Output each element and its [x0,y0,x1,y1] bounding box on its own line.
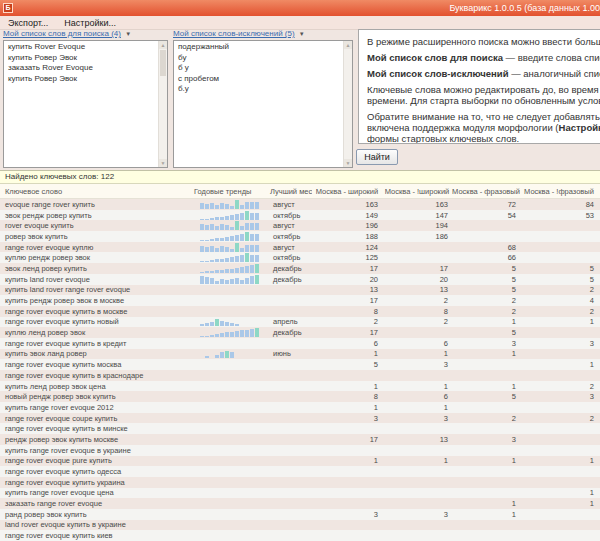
table-row[interactable]: range rover evoque купить киев [0,530,600,541]
table-row[interactable]: ранд ровер эвок купить331 [0,509,600,520]
trend-bar [240,234,244,241]
column-header-3[interactable]: Москва - широкий [312,187,382,196]
column-header-4[interactable]: Москва - !широкий [382,187,452,196]
trend-bar-best-month [235,200,239,209]
column-header-6[interactable]: Москва - !фразовый [520,187,598,196]
value-cell-0: 5 [312,360,382,369]
search-words-list[interactable]: купить Rover Evoqueкупить Ровер Эвокзака… [3,40,168,168]
trend-histogram [200,243,268,252]
table-row[interactable]: range rover evoque купить украина [0,477,600,488]
keyword-cell: range rover evoque купить киев [0,531,192,540]
column-header-0[interactable]: Ключевое слово [0,187,192,196]
trend-bar [250,265,254,273]
value-cell-1: 147 [382,211,452,220]
list-item[interactable]: подержанный [174,42,343,53]
list-item[interactable]: купить Ровер Эвок [4,74,158,85]
search-list-header-link[interactable]: Мой список слов для поиска (4) [3,29,121,38]
table-row[interactable]: range rover evoque pure купить1111 [0,456,600,467]
exclude-words-list[interactable]: подержанныйбуб ус пробегомб.у ▲ ▼ [173,40,353,168]
scrollbar[interactable]: ▲ ▼ [343,41,352,167]
table-row[interactable]: эвок рендж ровер купитьоктябрь1491475453 [0,210,600,221]
table-row[interactable]: купить range rover evoque 201211 [0,402,600,413]
trend-bar [210,271,214,273]
table-row[interactable]: заказать range rover evoque11 [0,498,600,509]
value-cell-3: 5 [520,275,598,284]
table-row[interactable]: range rover evoque купить в москве8822 [0,306,600,317]
trend-bar [215,205,219,209]
value-cell-2: 3 [452,435,520,444]
find-button[interactable]: Найти [356,149,398,165]
info-paragraph: Обратите внимание на то, что не следует … [367,111,600,144]
table-row[interactable]: range rover evoque купить в минске [0,423,600,434]
trend-bar [255,223,259,230]
trend-bar [230,236,234,241]
value-cell-1: 8 [382,307,452,316]
scroll-up-icon[interactable]: ▲ [344,41,352,49]
scroll-down-icon[interactable]: ▼ [344,159,352,167]
list-item[interactable]: купить Ровер Эвок [4,53,158,64]
search-list-header[interactable]: Мой список слов для поиска (4) ▼ [3,29,131,39]
trend-bar [225,247,229,252]
list-item[interactable]: заказать Rover Evoque [4,63,158,74]
table-row[interactable]: купить рендж ровер эвок в москве17224 [0,295,600,306]
list-item[interactable]: купить Rover Evoque [4,42,158,53]
list-item[interactable]: бу [174,53,343,64]
keyword-cell: range rover evoque купить в кредит [0,339,192,348]
keyword-cell: range rover evoque купить в москве [0,307,192,316]
best-month-cell: август [268,200,312,209]
exclude-list-header[interactable]: Мой список слов-исключений (5) ▼ [173,29,305,39]
value-cell-2: 5 [452,275,520,284]
list-item[interactable]: б.у [174,84,343,95]
trend-bar [220,333,224,337]
table-row[interactable]: rover evoque купитьавгуст196194 [0,220,600,231]
table-row[interactable]: купить эвок ланд ровериюнь111 [0,349,600,360]
table-row[interactable]: evoque range rover купитьавгуст163163728… [0,199,600,210]
table-row[interactable]: купить range rover evoque в украине [0,445,600,456]
table-row[interactable]: range rover evoque купить в краснодаре [0,370,600,381]
table-row[interactable]: ровер эвок купитьоктябрь188186 [0,231,600,242]
info-text: — введите слова списком по о [503,52,600,63]
chevron-down-icon[interactable]: ▼ [125,31,131,37]
table-row[interactable]: range rover evoque купить новыйапрель221… [0,317,600,328]
trend-histogram [200,200,268,209]
chevron-down-icon[interactable]: ▼ [299,31,305,37]
trend-bar [210,239,214,241]
column-header-1[interactable]: Годовые тренды [192,187,268,196]
value-cell-1: 186 [382,232,452,241]
exclude-list-header-link[interactable]: Мой список слов-исключений (5) [173,29,295,38]
list-item[interactable]: с пробегом [174,74,343,85]
keyword-cell: range rover evoque куплю [0,243,192,252]
trend-bar [250,223,254,230]
scroll-up-icon[interactable]: ▲ [159,41,167,49]
column-header-2[interactable]: Лучший месяц [268,187,312,196]
table-row[interactable]: купить land rover evoqueдекабрь202055 [0,274,600,285]
table-row[interactable]: новый рендж ровер эвок купить8653 [0,391,600,402]
scrollbar-thumb[interactable] [160,50,166,76]
table-row[interactable]: range rover evoque купить в кредит6633 [0,338,600,349]
table-row[interactable]: куплю ленд ровер эвокдекабрь175 [0,327,600,338]
scroll-down-icon[interactable]: ▼ [159,159,167,167]
table-row[interactable]: range rover evoque купить одесса [0,466,600,477]
value-cell-0: 6 [312,339,382,348]
column-header-5[interactable]: Москва - фразовый [452,187,520,196]
value-cell-1: 6 [382,392,452,401]
table-row[interactable]: куплю рендж ровер эвококтябрь12566 [0,252,600,263]
table-row[interactable]: range rover evoque куплюавгуст12468 [0,242,600,253]
table-row[interactable]: купить ленд ровер эвок цена1112 [0,381,600,392]
scrollbar[interactable]: ▲ ▼ [158,41,167,167]
trend-bar [230,257,234,262]
menu-item-export[interactable]: Экспорт... [8,18,48,28]
table-row[interactable]: рендж ровер эвок купить москве17133 [0,434,600,445]
table-row[interactable]: range rover evoque купить москва531 [0,359,600,370]
table-row[interactable]: эвок ленд ровер купитьдекабрь171755 [0,263,600,274]
table-row[interactable]: купить land rover range rover evoque1313… [0,285,600,296]
table-row[interactable]: купить range rover evoque цена1 [0,488,600,499]
best-month-cell: июнь [268,349,312,358]
info-text-line: включена поддержка модуля морфологии (На… [367,122,600,133]
menu-item-settings[interactable]: Настройки... [64,18,116,28]
value-cell-0: 1 [312,349,382,358]
value-cell-3: 1 [520,499,598,508]
table-row[interactable]: range rover evoque coupe купить3322 [0,413,600,424]
table-row[interactable]: land rover evoque купить в украине [0,520,600,531]
list-item[interactable]: б у [174,63,343,74]
